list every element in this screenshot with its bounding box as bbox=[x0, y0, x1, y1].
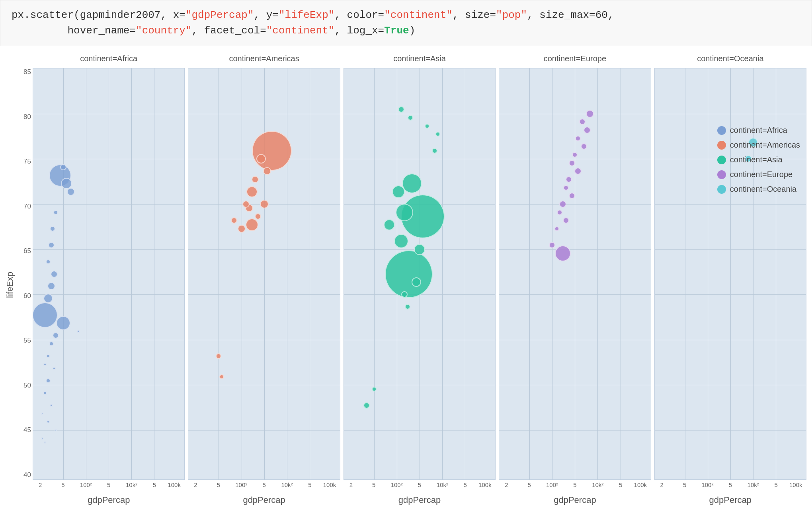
x-axis-ticks-americas: 2 5 100² 5 10k² 5 100k bbox=[188, 480, 340, 492]
code-color-param: "continent" bbox=[384, 9, 453, 21]
facet-americas-plot bbox=[188, 68, 340, 480]
x-axis-label-africa: gdpPercap bbox=[33, 492, 185, 508]
bubble bbox=[396, 204, 413, 221]
bubble bbox=[435, 132, 440, 136]
bubble bbox=[255, 213, 261, 220]
bubble bbox=[231, 217, 237, 224]
bubble bbox=[549, 242, 555, 248]
bubble bbox=[53, 332, 59, 339]
code-x-param: "gdpPercap" bbox=[185, 9, 254, 21]
bubble bbox=[252, 176, 259, 183]
y-tick-40: 40 bbox=[16, 471, 31, 479]
bubble bbox=[563, 185, 569, 191]
bubble bbox=[401, 291, 408, 298]
bubble bbox=[77, 330, 80, 333]
facet-africa: continent=Africa bbox=[31, 54, 186, 508]
bubble bbox=[392, 185, 405, 198]
bubble bbox=[238, 225, 246, 233]
bubble bbox=[50, 226, 55, 232]
code-logx-param: True bbox=[384, 25, 409, 37]
bubble bbox=[372, 387, 377, 392]
bubble bbox=[43, 391, 47, 395]
x-axis-ticks-oceania: 2 5 100² 5 10k² 5 100k bbox=[654, 480, 806, 492]
bubble bbox=[579, 119, 586, 125]
bubble bbox=[219, 374, 224, 379]
bubble bbox=[46, 378, 51, 383]
y-tick-85: 85 bbox=[16, 68, 31, 76]
legend-label-americas: continent=Americas bbox=[730, 140, 800, 150]
bubble bbox=[46, 259, 51, 264]
bubble bbox=[408, 115, 413, 121]
y-tick-60: 60 bbox=[16, 292, 31, 300]
bubble bbox=[41, 413, 43, 415]
bubble bbox=[41, 437, 43, 440]
code-facet-param: "continent" bbox=[266, 25, 335, 37]
legend-item-europe: continent=Europe bbox=[717, 170, 800, 179]
bubble bbox=[432, 148, 437, 154]
x-axis-label-americas: gdpPercap bbox=[188, 492, 340, 508]
legend-item-africa: continent=Africa bbox=[717, 126, 800, 135]
bubble bbox=[557, 210, 562, 215]
bubble bbox=[260, 200, 269, 208]
y-tick-55: 55 bbox=[16, 337, 31, 345]
bubble bbox=[56, 316, 70, 330]
bubble bbox=[394, 234, 408, 248]
bubble bbox=[256, 154, 266, 164]
bubble bbox=[584, 127, 591, 134]
code-block: px.scatter(gapminder2007, x="gdpPercap",… bbox=[0, 0, 812, 46]
bubble bbox=[44, 441, 46, 444]
bubble bbox=[53, 210, 58, 215]
legend-dot-oceania bbox=[717, 185, 726, 194]
bubble bbox=[246, 186, 258, 197]
bubble bbox=[385, 250, 433, 298]
bubble bbox=[569, 193, 575, 199]
x-axis-ticks-africa: 2 5 100² 5 10k² 5 100k bbox=[33, 480, 185, 492]
facet-asia-title: continent=Asia bbox=[344, 54, 496, 68]
x-axis-label-asia: gdpPercap bbox=[344, 492, 496, 508]
x-axis-ticks-europe: 2 5 100² 5 10k² 5 100k bbox=[499, 480, 651, 492]
facet-europe-plot bbox=[499, 68, 651, 480]
facet-oceania-title: continent=Oceania bbox=[654, 54, 806, 68]
bubble bbox=[47, 420, 50, 423]
bubble bbox=[46, 354, 50, 358]
legend-label-oceania: continent=Oceania bbox=[730, 185, 796, 194]
bubble bbox=[60, 164, 66, 170]
chart-area: lifeExp 85 80 75 70 65 60 55 50 45 40 co… bbox=[0, 46, 812, 516]
bubble bbox=[586, 110, 594, 118]
bubble bbox=[563, 217, 569, 224]
bubble bbox=[384, 219, 395, 230]
facet-europe: continent=Europe bbox=[497, 54, 652, 508]
legend-item-oceania: continent=Oceania bbox=[717, 185, 800, 194]
x-axis-ticks-asia: 2 5 100² 5 10k² 5 100k bbox=[344, 480, 496, 492]
y-tick-50: 50 bbox=[16, 382, 31, 390]
legend-dot-americas bbox=[717, 141, 726, 150]
bubble bbox=[33, 302, 58, 328]
bubble bbox=[246, 218, 258, 231]
bubble bbox=[49, 341, 54, 346]
bubble bbox=[398, 106, 404, 113]
legend-item-americas: continent=Americas bbox=[717, 140, 800, 150]
legend-dot-europe bbox=[717, 170, 726, 179]
bubble bbox=[252, 131, 292, 171]
bubble bbox=[53, 367, 56, 370]
facet-africa-plot bbox=[33, 68, 185, 480]
facet-africa-title: continent=Africa bbox=[33, 54, 185, 68]
y-axis-ticks: 85 80 75 70 65 60 55 50 45 40 bbox=[16, 54, 31, 508]
code-line1-prefix: px.scatter(gapminder2007, x= bbox=[12, 9, 185, 21]
bubble bbox=[566, 176, 572, 183]
y-tick-45: 45 bbox=[16, 426, 31, 434]
bubble bbox=[47, 282, 55, 290]
facet-oceania: continent=Oceania 2 bbox=[653, 54, 808, 508]
code-hover-param: "country" bbox=[136, 25, 191, 37]
legend-dot-africa bbox=[717, 126, 726, 135]
code-y-param: "lifeExp" bbox=[279, 9, 334, 21]
y-tick-70: 70 bbox=[16, 203, 31, 210]
bubble bbox=[216, 353, 221, 359]
legend: continent=Africa continent=Americas cont… bbox=[717, 126, 800, 194]
bubble bbox=[569, 160, 575, 166]
bubble bbox=[425, 124, 429, 129]
code-size-param: "pop" bbox=[496, 9, 527, 21]
bubble bbox=[572, 152, 578, 158]
bubble bbox=[554, 226, 559, 231]
code-sizemax-param: 60 bbox=[595, 9, 608, 21]
